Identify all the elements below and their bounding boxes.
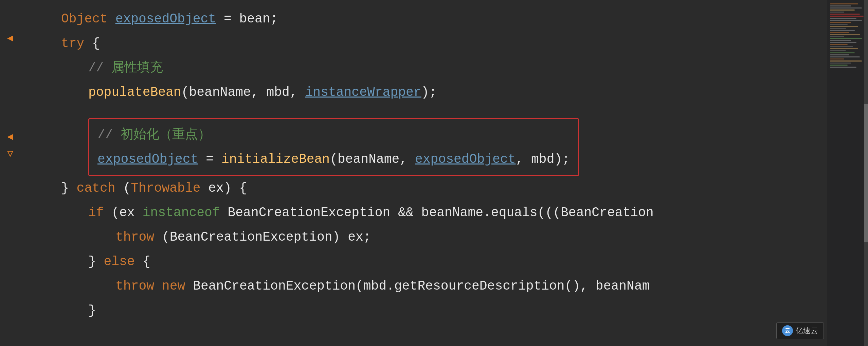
token: instanceof — [143, 201, 220, 225]
code-line: } else { — [34, 249, 827, 274]
token: ; — [270, 7, 278, 31]
token — [185, 274, 193, 298]
minimap-line — [830, 26, 858, 27]
minimap-line — [830, 36, 844, 37]
gutter-icon-1: ◀ — [7, 33, 13, 44]
token: , — [251, 80, 267, 105]
token: beanName — [338, 147, 399, 172]
token: , — [290, 80, 305, 105]
minimap-line — [830, 34, 860, 35]
token — [135, 201, 143, 225]
gutter-icon-2: ◀ — [7, 132, 13, 142]
token: exposedObject — [115, 7, 216, 31]
token: mbd — [267, 80, 290, 105]
gutter-icon-3: ▽ — [7, 149, 13, 159]
token: ); — [554, 147, 570, 172]
watermark: 云 亿速云 — [776, 322, 824, 339]
token: // — [97, 123, 121, 147]
code-area: Object exposedObject = bean ; try { // 属… — [20, 0, 827, 346]
token: } — [88, 249, 104, 274]
code-line: // 属性填充 — [34, 56, 827, 80]
minimap-line — [830, 60, 862, 62]
code-line: throw ( BeanCreationException ) ex ; — [34, 225, 827, 249]
token: } — [61, 176, 77, 201]
token: BeanCreationException — [170, 225, 332, 249]
token: Throwable — [131, 176, 200, 201]
highlighted-block: // 初始化（重点） exposedObject = initializeBea… — [88, 118, 579, 176]
token: BeanCreationException(mbd.getResourceDes… — [193, 274, 650, 298]
token: 属性填充 — [111, 56, 163, 80]
code-line: throw new BeanCreationException(mbd.getR… — [34, 274, 827, 298]
token: Object — [61, 7, 108, 31]
minimap-line — [830, 50, 846, 51]
minimap-scrollbar-thumb[interactable] — [864, 104, 868, 242]
minimap-line — [830, 10, 855, 11]
code-line: // 初始化（重点） — [97, 123, 570, 147]
minimap-line — [830, 3, 858, 4]
minimap-line — [830, 12, 844, 13]
minimap-scrollbar[interactable] — [864, 0, 868, 346]
minimap-line — [830, 67, 856, 68]
minimap-line — [830, 42, 856, 43]
token — [220, 201, 228, 225]
token: // — [88, 56, 111, 80]
minimap-line — [830, 52, 855, 53]
token: } — [88, 298, 96, 323]
minimap-line — [830, 44, 848, 45]
token: ; — [363, 225, 371, 249]
minimap-line — [830, 56, 860, 57]
token: exposedObject — [97, 147, 198, 172]
token: BeanCreationException && beanName.equals… — [228, 201, 654, 225]
token: beanName — [189, 80, 251, 105]
token — [200, 176, 208, 201]
token — [108, 7, 115, 31]
token-bean: bean — [239, 7, 270, 31]
token: , — [516, 147, 531, 172]
token: ex — [119, 201, 135, 225]
minimap-line — [830, 54, 849, 55]
editor-container: ◀ ◀ ▽ Object exposedObject = bean ; try … — [0, 0, 868, 346]
token-catch: catch — [77, 176, 115, 201]
token: = — [216, 7, 239, 31]
minimap-line — [830, 18, 856, 19]
token: ) { — [224, 176, 247, 201]
token: 初始化（重点） — [121, 123, 211, 147]
code-line: } catch ( Throwable ex ) { — [34, 176, 827, 201]
minimap — [827, 0, 868, 346]
minimap-lines — [827, 0, 868, 71]
minimap-line — [830, 63, 851, 64]
minimap-line — [830, 65, 848, 66]
minimap-line — [830, 24, 848, 25]
code-line-empty — [34, 105, 827, 118]
minimap-line — [830, 7, 862, 8]
token: populateBean — [88, 80, 181, 105]
token: ); — [421, 80, 437, 105]
code-line: if ( ex instanceof BeanCreationException… — [34, 201, 827, 225]
token: ) — [332, 225, 348, 249]
token: ex — [348, 225, 363, 249]
token: { — [135, 249, 150, 274]
minimap-line — [830, 48, 858, 49]
minimap-line — [830, 58, 844, 59]
token: instanceWrapper — [305, 80, 421, 105]
token: ( — [181, 80, 189, 105]
token: exposedObject — [415, 147, 516, 172]
token: = — [198, 147, 221, 172]
token: ( — [154, 225, 170, 249]
code-line: try { — [34, 31, 827, 56]
token: ex — [208, 176, 224, 201]
token-throw: throw — [115, 225, 154, 249]
minimap-line — [830, 28, 846, 29]
minimap-line — [830, 46, 853, 47]
minimap-line — [830, 38, 862, 39]
token: else — [104, 249, 135, 274]
minimap-line — [830, 16, 864, 17]
token: new — [162, 274, 185, 298]
watermark-icon: 云 — [782, 325, 793, 336]
token: ( — [104, 201, 120, 225]
code-line: Object exposedObject = bean ; — [34, 7, 827, 31]
minimap-line — [830, 5, 851, 6]
minimap-line — [830, 22, 851, 23]
token: { — [84, 31, 100, 56]
minimap-line — [830, 20, 862, 21]
